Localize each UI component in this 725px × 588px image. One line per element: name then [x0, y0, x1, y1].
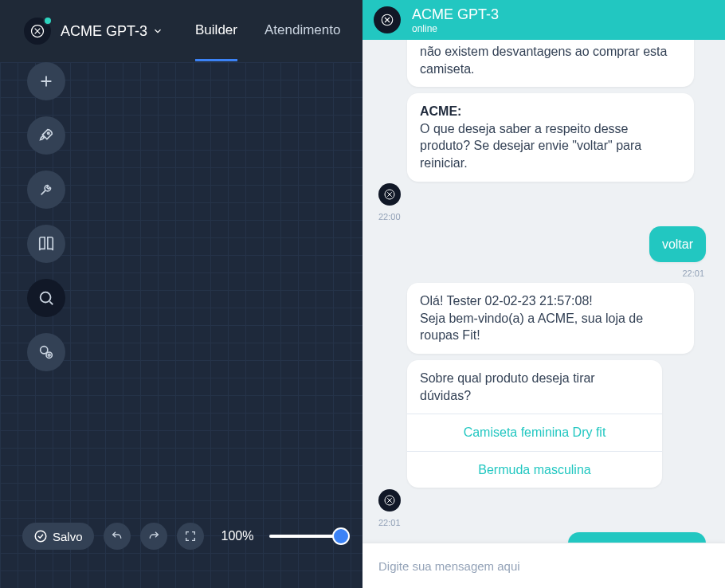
book-icon — [37, 235, 55, 253]
check-circle-icon — [33, 529, 48, 543]
settings-button[interactable] — [27, 333, 65, 371]
svg-point-4 — [46, 352, 52, 358]
chevron-down-icon[interactable] — [152, 25, 163, 37]
brand-title: ACME GPT-3 — [61, 23, 147, 40]
bot-options-card: Sobre qual produto deseja tirar dúvidas?… — [407, 360, 662, 488]
svg-point-1 — [48, 132, 49, 134]
add-button[interactable] — [27, 62, 65, 100]
chat-title: ACME GPT-3 — [412, 6, 499, 23]
search-icon — [37, 289, 55, 307]
svg-point-5 — [48, 354, 50, 356]
timestamp: 22:01 — [378, 518, 706, 527]
fullscreen-icon — [184, 530, 197, 543]
message-input[interactable] — [377, 559, 711, 574]
bot-message: ACME: O que deseja saber a respeito dess… — [407, 93, 694, 181]
toolbar — [27, 62, 65, 371]
svg-point-2 — [41, 292, 51, 303]
option-bermuda[interactable]: Bermuda masculina — [407, 451, 662, 488]
options-prompt: Sobre qual produto deseja tirar dúvidas? — [407, 360, 662, 414]
status-dot — [43, 16, 53, 25]
wrench-icon — [37, 181, 55, 198]
bot-message: não existem desvantagens ao comprar esta… — [407, 40, 694, 87]
slider-thumb[interactable] — [332, 527, 350, 545]
svg-point-3 — [41, 347, 48, 354]
bot-message: Olá! Tester 02-02-23 21:57:08! Seja bem-… — [407, 283, 694, 354]
chat-status: online — [412, 23, 499, 34]
brand[interactable]: ACME GPT-3 — [24, 18, 163, 45]
rocket-button[interactable] — [27, 116, 65, 155]
book-button[interactable] — [27, 225, 65, 263]
bot-avatar-icon — [378, 489, 401, 512]
tabs: Builder Atendimento — [195, 2, 340, 61]
topbar: ACME GPT-3 Builder Atendimento — [0, 0, 362, 62]
wrench-button[interactable] — [27, 171, 65, 209]
redo-icon — [147, 530, 160, 543]
bot-avatar-icon — [378, 183, 401, 206]
tab-atendimento[interactable]: Atendimento — [265, 2, 340, 61]
chat-avatar-icon — [374, 6, 401, 33]
chat-body[interactable]: não existem desvantagens ao comprar esta… — [362, 40, 725, 543]
tab-builder[interactable]: Builder — [195, 2, 237, 61]
bottom-bar: Salvo 100% — [22, 523, 349, 550]
plus-icon — [37, 73, 55, 90]
rocket-icon — [37, 127, 55, 144]
timestamp: 22:00 — [378, 212, 706, 221]
zoom-label: 100% — [221, 529, 254, 543]
cog-icon — [37, 343, 55, 361]
search-button[interactable] — [27, 279, 65, 317]
composer — [362, 543, 725, 588]
builder-panel: ACME GPT-3 Builder Atendimento — [0, 0, 362, 588]
chat-header: ACME GPT-3 online — [362, 0, 725, 40]
saved-indicator: Salvo — [22, 523, 94, 550]
user-message: Bermuda masculina — [568, 532, 706, 543]
svg-point-6 — [35, 531, 46, 542]
timestamp: 22:01 — [378, 269, 704, 278]
undo-button[interactable] — [104, 523, 131, 550]
undo-icon — [111, 530, 123, 543]
option-camiseta[interactable]: Camiseta feminina Dry fit — [407, 414, 662, 451]
zoom-slider[interactable] — [269, 535, 349, 538]
user-message: voltar — [649, 226, 706, 263]
saved-label: Salvo — [53, 530, 83, 543]
chat-panel: ACME GPT-3 online não existem desvantage… — [362, 0, 725, 588]
redo-button[interactable] — [140, 523, 167, 550]
fullscreen-button[interactable] — [177, 523, 204, 550]
